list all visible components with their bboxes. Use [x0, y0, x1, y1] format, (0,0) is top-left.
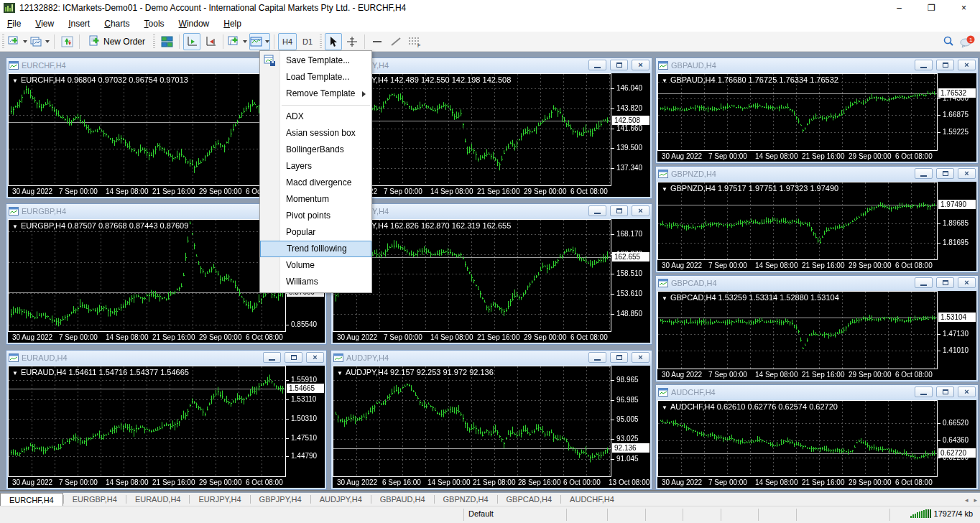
- app-close-button[interactable]: ×: [948, 0, 980, 16]
- cursor-button[interactable]: [325, 33, 342, 50]
- chart-window-titlebar[interactable]: GBPAUD,H4×: [656, 58, 978, 72]
- profiles-dropdown-arrow[interactable]: [45, 40, 50, 43]
- menu-item-template-trend-folllowing[interactable]: Trend folllowing: [260, 241, 371, 257]
- chart-restore-button[interactable]: [285, 352, 302, 363]
- tab-scroll-left-icon[interactable]: ◂: [965, 496, 969, 504]
- auto-scroll-button[interactable]: [183, 33, 200, 50]
- market-watch-button[interactable]: [58, 33, 75, 50]
- chart-minimize-button[interactable]: [263, 352, 281, 363]
- symbol-dropdown-icon[interactable]: ▼: [12, 370, 18, 376]
- chart-area-gbpaud-h4[interactable]: ▼GBPAUD,H4 1.76680 1.76725 1.76334 1.765…: [657, 73, 976, 162]
- menubar-item-insert[interactable]: Insert: [61, 17, 97, 31]
- chart-minimize-button[interactable]: [588, 352, 606, 363]
- toolbar-grip[interactable]: [319, 34, 323, 49]
- symbol-dropdown-icon[interactable]: ▼: [662, 404, 667, 411]
- chart-close-button[interactable]: ×: [958, 387, 976, 397]
- symbol-dropdown-icon[interactable]: ▼: [337, 370, 343, 376]
- chart-shift-button[interactable]: [202, 33, 219, 50]
- menubar-item-view[interactable]: View: [28, 17, 61, 31]
- menu-item-template-pivot-points[interactable]: Pivot points: [260, 208, 371, 224]
- menu-item-load-template-[interactable]: Load Template...: [260, 69, 371, 85]
- chart-area-euraud-h4[interactable]: ▼EURAUD,H4 1.54611 1.54716 1.54377 1.546…: [8, 366, 325, 488]
- symbol-dropdown-icon[interactable]: ▼: [12, 78, 18, 84]
- chart-window-titlebar[interactable]: GBPNZD,H4×: [656, 167, 978, 180]
- menu-item-template-momentum[interactable]: Momentum: [260, 191, 371, 208]
- chart-window-titlebar[interactable]: GBPCAD,H4×: [656, 276, 978, 290]
- menu-item-template-williams[interactable]: Williams: [260, 274, 371, 290]
- menubar-item-tools[interactable]: Tools: [137, 17, 172, 31]
- new-chart-dropdown-arrow[interactable]: [23, 40, 27, 43]
- symbol-dropdown-icon[interactable]: ▼: [662, 78, 667, 84]
- chart-minimize-button[interactable]: [915, 60, 933, 70]
- chart-restore-button[interactable]: [610, 60, 628, 70]
- chart-area-gbpcad-h4[interactable]: ▼GBPCAD,H4 1.53259 1.53314 1.52880 1.531…: [657, 291, 976, 380]
- statusbar-profile[interactable]: Default: [468, 509, 494, 518]
- search-button[interactable]: [940, 33, 957, 50]
- crosshair-button[interactable]: [343, 33, 361, 50]
- chart-close-button[interactable]: ×: [958, 60, 976, 70]
- menu-item-remove-template[interactable]: Remove Template: [260, 85, 371, 102]
- chart-minimize-button[interactable]: [915, 277, 933, 288]
- chart-restore-button[interactable]: [936, 387, 954, 397]
- tab-euraud-h4[interactable]: EURAUD,H4: [126, 493, 190, 506]
- menu-item-template-adx[interactable]: ADX: [260, 108, 371, 125]
- chart-canvas-gbpnzd-h4[interactable]: [657, 182, 976, 271]
- chart-canvas-euraud-h4[interactable]: [8, 366, 325, 488]
- chart-close-button[interactable]: ×: [632, 205, 650, 216]
- chart-window-titlebar[interactable]: EURAUD,H4×: [6, 351, 326, 364]
- chart-window-titlebar[interactable]: GBPJPY,H4×: [331, 204, 652, 218]
- tab-audjpy-h4[interactable]: AUDJPY,H4: [311, 493, 371, 506]
- tile-windows-button[interactable]: [158, 33, 175, 50]
- chart-area-audchf-h4[interactable]: ▼AUDCHF,H4 0.62610 0.62776 0.62574 0.627…: [657, 400, 976, 488]
- menu-item-template-layers[interactable]: Layers: [260, 158, 371, 175]
- chart-canvas-eurjpy-h4[interactable]: [333, 73, 650, 197]
- menubar-item-charts[interactable]: Charts: [97, 17, 137, 31]
- chart-minimize-button[interactable]: [915, 168, 933, 179]
- chart-area-audjpy-h4[interactable]: ▼AUDJPY,H4 92.157 92.253 91.972 92.13698…: [333, 366, 650, 488]
- fibonacci-button[interactable]: F: [406, 33, 423, 50]
- tab-gbpnzd-h4[interactable]: GBPNZD,H4: [435, 493, 497, 506]
- period-d1-button[interactable]: D1: [298, 33, 317, 50]
- menubar-item-window[interactable]: Window: [172, 17, 217, 31]
- tab-eurgbp-h4[interactable]: EURGBP,H4: [64, 493, 126, 506]
- tab-gbpcad-h4[interactable]: GBPCAD,H4: [498, 493, 561, 506]
- new-order-button[interactable]: New Order: [83, 33, 150, 50]
- tab-gbpjpy-h4[interactable]: GBPJPY,H4: [251, 493, 310, 506]
- menu-item-template-asian-session-box[interactable]: Asian session box: [260, 125, 371, 142]
- toolbar-grip[interactable]: [152, 34, 156, 49]
- chart-close-button[interactable]: ×: [958, 168, 976, 179]
- chart-minimize-button[interactable]: [915, 387, 933, 397]
- indicators-dropdown-arrow[interactable]: [243, 40, 247, 43]
- chart-window-titlebar[interactable]: AUDCHF,H4×: [656, 385, 978, 399]
- app-minimize-button[interactable]: –: [883, 0, 915, 16]
- chart-restore-button[interactable]: [936, 277, 954, 288]
- menubar-item-file[interactable]: File: [0, 17, 28, 31]
- tab-gbpaud-h4[interactable]: GBPAUD,H4: [371, 493, 434, 506]
- symbol-dropdown-icon[interactable]: ▼: [662, 186, 667, 193]
- profiles-button[interactable]: [29, 33, 50, 50]
- chart-canvas-audchf-h4[interactable]: [657, 400, 976, 488]
- menu-item-template-bollingerbands[interactable]: BollingerBands: [260, 142, 371, 158]
- chart-restore-button[interactable]: [936, 60, 954, 70]
- menu-item-template-volume[interactable]: Volume: [260, 257, 371, 274]
- chart-area-gbpjpy-h4[interactable]: ▼GBPJPY,H4 162.826 162.870 162.319 162.6…: [333, 219, 650, 343]
- horizontal-line-button[interactable]: [369, 33, 386, 50]
- chart-close-button[interactable]: ×: [306, 352, 324, 363]
- symbol-dropdown-icon[interactable]: ▼: [12, 223, 18, 230]
- chart-canvas-gbpjpy-h4[interactable]: [333, 219, 650, 343]
- tab-eurchf-h4[interactable]: EURCHF,H4: [0, 493, 63, 506]
- chart-canvas-gbpcad-h4[interactable]: [657, 291, 976, 380]
- chart-area-eurjpy-h4[interactable]: ▼EURJPY,H4 142.489 142.550 142.198 142.5…: [333, 73, 650, 197]
- menu-item-save-template-[interactable]: Save Template...: [260, 52, 371, 69]
- menu-item-template-macd-divergence[interactable]: Macd divergence: [260, 175, 371, 191]
- chart-window-titlebar[interactable]: AUDJPY,H4×: [331, 351, 652, 364]
- chart-close-button[interactable]: ×: [632, 352, 650, 363]
- chart-minimize-button[interactable]: [588, 60, 606, 70]
- chart-canvas-audjpy-h4[interactable]: [333, 366, 650, 488]
- new-chart-button[interactable]: [7, 33, 28, 50]
- chart-restore-button[interactable]: [610, 205, 628, 216]
- chart-minimize-button[interactable]: [588, 205, 606, 216]
- chart-restore-button[interactable]: [610, 352, 628, 363]
- chart-close-button[interactable]: ×: [632, 60, 650, 70]
- toolbar-grip[interactable]: [1, 34, 5, 49]
